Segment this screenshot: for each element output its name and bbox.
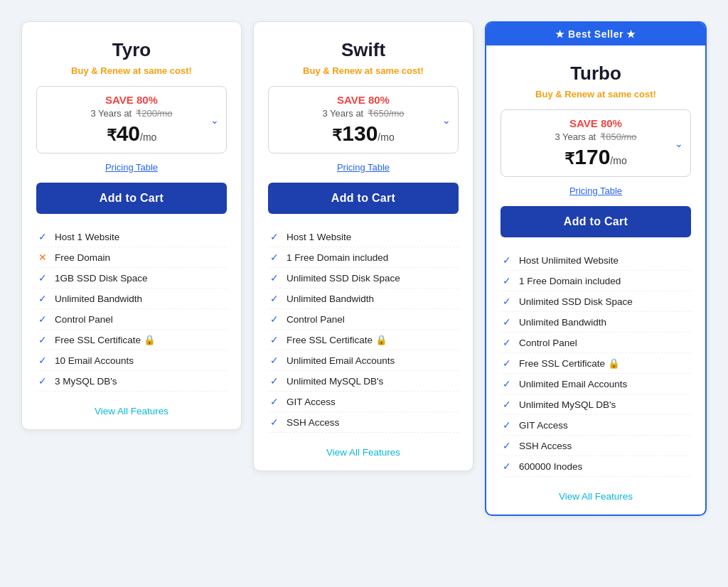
feature-item-swift-1: ✓ 1 Free Domain included — [268, 247, 459, 268]
plan-body-swift: SwiftBuy & Renew at same cost!SAVE 80% 3… — [254, 22, 473, 470]
check-icon-swift-1: ✓ — [268, 251, 281, 264]
check-icon-turbo-10: ✓ — [500, 460, 513, 473]
feature-text-tyro-2: 1GB SSD Disk Space — [55, 273, 148, 284]
current-price-turbo: ₹170/mo — [511, 145, 680, 169]
feature-text-turbo-10: 600000 Inodes — [519, 461, 582, 472]
feature-text-turbo-6: Unlimited Email Accounts — [519, 379, 627, 389]
plan-tagline-swift: Buy & Renew at same cost! — [303, 65, 424, 76]
view-all-features-link-tyro[interactable]: View All Features — [95, 406, 168, 416]
pricing-table-link-swift[interactable]: Pricing Table — [337, 162, 390, 173]
original-price-turbo: ₹850/mo — [600, 131, 636, 142]
feature-text-turbo-8: GIT Access — [519, 420, 568, 431]
features-list-turbo: ✓ Host Unlimited Website ✓ 1 Free Domain… — [500, 250, 691, 484]
plan-body-turbo: TurboBuy & Renew at same cost!SAVE 80% 3… — [486, 45, 705, 515]
check-icon-tyro-4: ✓ — [36, 313, 49, 325]
save-label-swift: SAVE 80% — [279, 94, 448, 106]
years-text-swift: 3 Years at — [322, 108, 363, 119]
feature-text-swift-8: GIT Access — [287, 397, 336, 407]
view-all-features-link-turbo[interactable]: View All Features — [559, 491, 633, 502]
check-icon-swift-3: ✓ — [268, 292, 281, 305]
feature-item-tyro-6: ✓ 10 Email Accounts — [36, 350, 227, 371]
chevron-down-icon-turbo[interactable]: ⌄ — [675, 138, 683, 149]
plan-name-turbo: Turbo — [570, 63, 621, 85]
check-icon-turbo-4: ✓ — [500, 336, 513, 349]
feature-text-swift-0: Host 1 Website — [287, 232, 351, 242]
check-icon-turbo-7: ✓ — [500, 398, 513, 411]
pricing-table-link-tyro[interactable]: Pricing Table — [105, 162, 158, 173]
feature-text-tyro-1: Free Domain — [55, 252, 110, 263]
feature-text-swift-3: Unlimited Bandwidth — [287, 294, 374, 304]
feature-text-turbo-2: Unlimited SSD Disk Space — [519, 296, 633, 307]
feature-text-swift-2: Unlimited SSD Disk Space — [287, 273, 400, 284]
save-label-turbo: SAVE 80% — [511, 117, 680, 129]
feature-item-tyro-1: ✕ Free Domain — [36, 247, 227, 268]
check-icon-swift-6: ✓ — [268, 354, 281, 367]
feature-item-swift-7: ✓ Unlimited MySQL DB's — [268, 371, 459, 392]
years-row-turbo: 3 Years at ₹850/mo ⌄ — [511, 131, 680, 142]
feature-text-swift-4: Control Panel — [287, 314, 345, 325]
feature-text-swift-6: Unlimited Email Accounts — [287, 355, 395, 366]
add-to-cart-button-tyro[interactable]: Add to Cart — [36, 183, 227, 214]
feature-text-tyro-0: Host 1 Website — [55, 232, 119, 242]
years-row-tyro: 3 Years at ₹200/mo ⌄ — [47, 108, 216, 119]
check-icon-turbo-0: ✓ — [500, 254, 513, 266]
feature-text-turbo-3: Unlimited Bandwidth — [519, 317, 606, 328]
feature-item-tyro-3: ✓ Unlimited Bandwidth — [36, 289, 227, 309]
check-icon-swift-2: ✓ — [268, 271, 281, 284]
feature-item-tyro-4: ✓ Control Panel — [36, 309, 227, 330]
check-icon-turbo-9: ✓ — [500, 439, 513, 452]
feature-text-tyro-4: Control Panel — [55, 314, 113, 325]
check-icon-turbo-1: ✓ — [500, 274, 513, 287]
feature-item-tyro-2: ✓ 1GB SSD Disk Space — [36, 268, 227, 289]
feature-item-tyro-7: ✓ 3 MySQL DB's — [36, 371, 227, 392]
check-icon-tyro-0: ✓ — [36, 230, 49, 243]
feature-item-swift-0: ✓ Host 1 Website — [268, 227, 459, 247]
feature-text-turbo-5: Free SSL Certificate 🔒 — [519, 357, 620, 369]
check-icon-swift-4: ✓ — [268, 313, 281, 325]
feature-item-swift-8: ✓ GIT Access — [268, 392, 459, 412]
plan-body-tyro: TyroBuy & Renew at same cost!SAVE 80% 3 … — [22, 22, 241, 429]
features-list-swift: ✓ Host 1 Website ✓ 1 Free Domain include… — [268, 227, 459, 440]
check-icon-swift-7: ✓ — [268, 375, 281, 387]
plan-card-tyro: TyroBuy & Renew at same cost!SAVE 80% 3 … — [21, 21, 242, 430]
feature-item-turbo-2: ✓ Unlimited SSD Disk Space — [500, 291, 691, 312]
check-icon-tyro-2: ✓ — [36, 271, 49, 284]
feature-text-turbo-0: Host Unlimited Website — [519, 255, 619, 266]
feature-item-turbo-10: ✓ 600000 Inodes — [500, 456, 691, 477]
price-box-turbo: SAVE 80% 3 Years at ₹850/mo ⌄ ₹170/mo — [500, 109, 691, 177]
features-list-tyro: ✓ Host 1 Website ✕ Free Domain ✓ 1GB SSD… — [36, 227, 227, 399]
current-price-tyro: ₹40/mo — [47, 122, 216, 146]
add-to-cart-button-turbo[interactable]: Add to Cart — [500, 206, 691, 237]
plan-name-tyro: Tyro — [112, 39, 151, 61]
feature-item-turbo-6: ✓ Unlimited Email Accounts — [500, 374, 691, 394]
check-icon-tyro-5: ✓ — [36, 333, 49, 346]
plan-name-swift: Swift — [341, 39, 385, 61]
feature-text-swift-9: SSH Access — [287, 417, 339, 428]
check-icon-swift-8: ✓ — [268, 395, 281, 408]
feature-item-swift-2: ✓ Unlimited SSD Disk Space — [268, 268, 459, 289]
feature-text-tyro-3: Unlimited Bandwidth — [55, 294, 142, 304]
check-icon-turbo-8: ✓ — [500, 419, 513, 431]
check-icon-turbo-5: ✓ — [500, 357, 513, 370]
view-all-features-link-swift[interactable]: View All Features — [326, 447, 400, 458]
feature-text-tyro-6: 10 Email Accounts — [55, 355, 134, 366]
check-icon-turbo-6: ✓ — [500, 377, 513, 390]
check-icon-swift-0: ✓ — [268, 230, 281, 243]
add-to-cart-button-swift[interactable]: Add to Cart — [268, 183, 459, 214]
pricing-table-link-turbo[interactable]: Pricing Table — [569, 185, 622, 196]
check-icon-turbo-3: ✓ — [500, 316, 513, 328]
feature-item-turbo-4: ✓ Control Panel — [500, 333, 691, 353]
feature-item-turbo-5: ✓ Free SSL Certificate 🔒 — [500, 353, 691, 374]
original-price-swift: ₹650/mo — [368, 108, 404, 119]
price-box-swift: SAVE 80% 3 Years at ₹650/mo ⌄ ₹130/mo — [268, 86, 459, 154]
current-price-swift: ₹130/mo — [279, 122, 448, 146]
chevron-down-icon-swift[interactable]: ⌄ — [442, 114, 451, 126]
feature-item-turbo-3: ✓ Unlimited Bandwidth — [500, 312, 691, 333]
feature-item-turbo-7: ✓ Unlimited MySQL DB's — [500, 394, 691, 415]
chevron-down-icon-tyro[interactable]: ⌄ — [210, 114, 219, 126]
plan-tagline-tyro: Buy & Renew at same cost! — [71, 65, 192, 76]
best-seller-badge: ★ Best Seller ★ — [486, 23, 705, 45]
feature-item-swift-6: ✓ Unlimited Email Accounts — [268, 350, 459, 371]
check-icon-tyro-7: ✓ — [36, 375, 49, 387]
plan-card-turbo: ★ Best Seller ★TurboBuy & Renew at same … — [485, 21, 707, 516]
